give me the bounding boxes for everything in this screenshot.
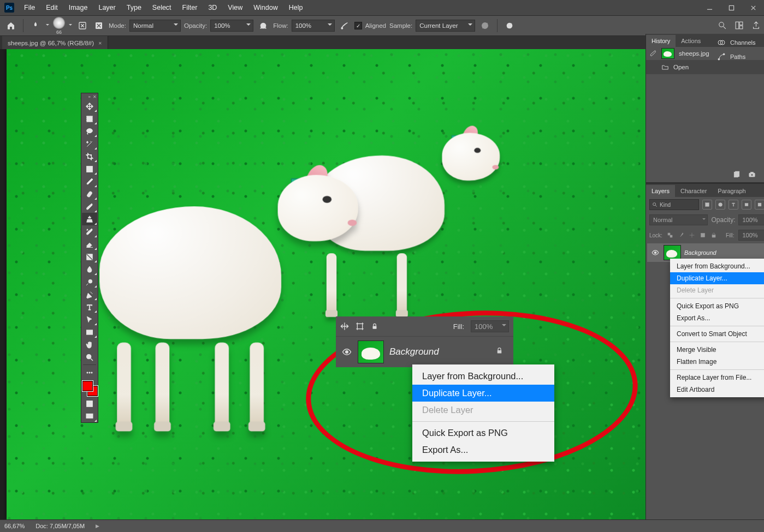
- status-flyout[interactable]: ▶: [96, 523, 99, 529]
- toolbox-header[interactable]: »✕: [81, 93, 98, 100]
- tab-history[interactable]: History: [646, 35, 676, 47]
- maximize-button[interactable]: [720, 0, 742, 15]
- brush-settings-button[interactable]: [76, 19, 89, 32]
- zoomed-layer-row[interactable]: Background: [336, 336, 513, 367]
- menu-filter[interactable]: Filter: [177, 1, 203, 15]
- menu-file[interactable]: File: [19, 1, 40, 15]
- gradient-tool[interactable]: [82, 250, 97, 263]
- edit-toolbar-button[interactable]: [82, 366, 97, 379]
- tool-preset-picker[interactable]: [29, 19, 42, 32]
- document-tab[interactable]: sheeps.jpg @ 66,7% (RGB/8#) ✕: [2, 36, 108, 50]
- home-button[interactable]: [4, 19, 17, 32]
- ignore-adjustment-button[interactable]: [478, 19, 491, 32]
- context-menu-item[interactable]: Export As...: [670, 312, 764, 324]
- context-menu-item[interactable]: Convert to Smart Object: [670, 328, 764, 340]
- document-tab-close[interactable]: ✕: [98, 41, 102, 46]
- lock-image-icon[interactable]: [678, 232, 684, 238]
- zoomed-fill-value[interactable]: 100%: [471, 320, 509, 332]
- screen-mode-button[interactable]: [82, 410, 97, 422]
- context-menu-item[interactable]: Flatten Image: [670, 356, 764, 368]
- history-brush-tool[interactable]: [82, 225, 97, 238]
- eyedropper-tool[interactable]: [82, 175, 97, 188]
- pen-tool[interactable]: [82, 288, 97, 301]
- menu-view[interactable]: View: [222, 1, 248, 15]
- quick-mask-button[interactable]: [82, 397, 97, 410]
- context-menu-item[interactable]: Quick Export as PNG: [412, 425, 554, 441]
- hand-tool[interactable]: [82, 338, 97, 351]
- clone-stamp-tool[interactable]: [82, 213, 97, 225]
- filter-shape-icon[interactable]: [742, 200, 751, 210]
- eraser-tool[interactable]: [82, 238, 97, 250]
- lock-all-icon[interactable]: [710, 232, 717, 238]
- lasso-tool[interactable]: [82, 125, 97, 138]
- size-pressure-button[interactable]: [503, 19, 516, 32]
- menu-edit[interactable]: Edit: [40, 1, 63, 15]
- context-menu-item[interactable]: Layer from Background...: [412, 368, 554, 385]
- type-tool[interactable]: [82, 301, 97, 313]
- lock-transparent-icon[interactable]: [667, 232, 673, 238]
- context-menu-item[interactable]: Layer from Background...: [670, 260, 764, 272]
- opacity-dropdown[interactable]: 100%: [210, 20, 253, 32]
- tab-layers[interactable]: Layers: [646, 185, 675, 197]
- context-menu-item[interactable]: Merge Visible: [670, 344, 764, 356]
- layer-filter-kind[interactable]: Kind: [649, 199, 699, 210]
- context-menu-item[interactable]: Export As...: [412, 441, 554, 458]
- frame-tool[interactable]: [82, 163, 97, 175]
- context-menu-item[interactable]: Edit Artboard: [670, 384, 764, 396]
- brush-preview[interactable]: 66: [53, 17, 65, 35]
- tool-preset-flyout[interactable]: [45, 20, 50, 32]
- sample-dropdown[interactable]: Current Layer: [416, 20, 475, 32]
- tab-actions[interactable]: Actions: [676, 35, 706, 47]
- menu-help[interactable]: Help: [283, 1, 309, 15]
- lock-artboard-icon[interactable]: [700, 232, 706, 238]
- blur-tool[interactable]: [82, 263, 97, 276]
- healing-brush-tool[interactable]: [82, 188, 97, 200]
- menu-type[interactable]: Type: [121, 1, 147, 15]
- opacity-pressure-button[interactable]: [257, 19, 270, 32]
- tab-channels[interactable]: Channels: [717, 38, 762, 47]
- context-menu-item[interactable]: Duplicate Layer...: [670, 272, 764, 284]
- brush-tool[interactable]: [82, 200, 97, 213]
- lock-position-icon[interactable]: [689, 232, 695, 238]
- minimize-button[interactable]: [698, 0, 720, 15]
- tab-character[interactable]: Character: [675, 185, 712, 197]
- menu-window[interactable]: Window: [248, 1, 283, 15]
- rectangle-tool[interactable]: [82, 326, 97, 338]
- airbrush-button[interactable]: [338, 19, 351, 32]
- filter-type-icon[interactable]: [729, 200, 738, 210]
- layer-fill-input[interactable]: 100%: [738, 230, 764, 241]
- search-button[interactable]: [718, 21, 727, 31]
- brush-picker-flyout[interactable]: [68, 20, 73, 32]
- foreground-color-swatch[interactable]: [82, 381, 93, 391]
- filter-adjustment-icon[interactable]: [715, 200, 725, 210]
- marquee-tool[interactable]: [82, 112, 97, 125]
- layer-context-menu-zoomed[interactable]: Layer from Background...Duplicate Layer.…: [412, 364, 554, 462]
- zoom-tool[interactable]: [82, 351, 97, 363]
- color-swatches[interactable]: [82, 381, 98, 396]
- visibility-icon[interactable]: [650, 249, 660, 256]
- visibility-icon[interactable]: [341, 346, 352, 357]
- zoom-value[interactable]: 66,67%: [4, 523, 25, 529]
- new-doc-from-state-icon[interactable]: [733, 171, 741, 178]
- flow-dropdown[interactable]: 100%: [292, 20, 335, 32]
- layer-opacity-input[interactable]: 100%: [738, 214, 764, 225]
- menu-layer[interactable]: Layer: [93, 1, 121, 15]
- aligned-checkbox[interactable]: [354, 22, 362, 29]
- clone-source-button[interactable]: [92, 19, 105, 32]
- dodge-tool[interactable]: [82, 276, 97, 288]
- path-selection-tool[interactable]: [82, 313, 97, 326]
- context-menu-item[interactable]: Replace Layer from File...: [670, 372, 764, 384]
- move-tool[interactable]: [82, 100, 97, 112]
- tab-paragraph[interactable]: Paragraph: [712, 185, 751, 197]
- layer-context-menu[interactable]: Layer from Background...Duplicate Layer.…: [670, 259, 764, 397]
- share-button[interactable]: [751, 21, 761, 31]
- menu-image[interactable]: Image: [63, 1, 93, 15]
- filter-smart-icon[interactable]: [755, 200, 764, 210]
- snapshot-icon[interactable]: [748, 171, 756, 178]
- close-button[interactable]: [742, 0, 764, 15]
- menu-3d[interactable]: 3D: [203, 1, 222, 15]
- context-menu-item[interactable]: Duplicate Layer...: [412, 385, 554, 402]
- filter-pixel-icon[interactable]: [702, 200, 712, 210]
- blend-mode-dropdown[interactable]: Normal: [129, 20, 181, 32]
- context-menu-item[interactable]: Quick Export as PNG: [670, 300, 764, 312]
